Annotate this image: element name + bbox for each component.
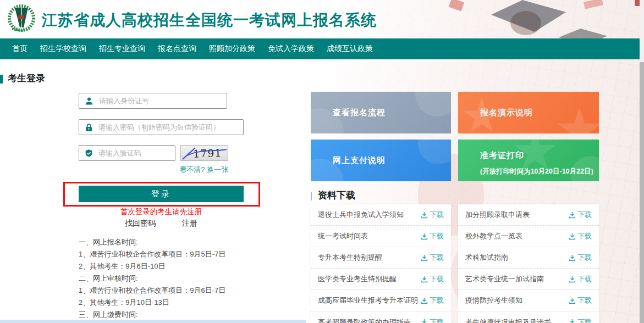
- download-link-label: 下载: [577, 231, 592, 241]
- download-doc-title: 退役士兵申报免试入学须知: [318, 210, 404, 220]
- download-doc-title: 统一考试时间表: [318, 231, 368, 241]
- notice-line: 2、其他考生：9月6日-10日: [79, 260, 310, 272]
- download-row: 医学类专业考生特别提醒 下载: [311, 269, 451, 290]
- download-icon: [569, 276, 576, 283]
- download-link-label: 下载: [430, 318, 444, 323]
- login-section-title: 考生登录: [8, 72, 45, 85]
- download-link[interactable]: 下载: [569, 274, 592, 284]
- nav-item-bonus-policy[interactable]: 照顾加分政策: [209, 44, 255, 54]
- nav-item-home[interactable]: 首页: [12, 44, 27, 54]
- download-link[interactable]: 下载: [421, 231, 444, 241]
- user-icon: [85, 97, 93, 105]
- download-link-label: 下载: [577, 318, 592, 323]
- section-marker: [311, 192, 312, 201]
- id-input[interactable]: [99, 97, 227, 105]
- download-doc-title: 专升本考生特别提醒: [318, 253, 382, 263]
- auth-links: 找回密码 注册: [79, 219, 244, 229]
- card-registration-demo[interactable]: 报名演示说明: [458, 92, 599, 133]
- download-link[interactable]: 下载: [421, 253, 444, 263]
- notice-line: 1、艰苦行业和校企合作改革项目：9月5日-7日: [79, 248, 310, 260]
- notice-line: 二、网上审核时间:: [79, 272, 310, 285]
- card-label: 报名演示说明: [480, 108, 533, 118]
- download-icon: [421, 297, 428, 304]
- download-doc-title: 加分照顾录取申请表: [465, 210, 530, 220]
- captcha-refresh-link[interactable]: 看不清? 换一张: [150, 165, 228, 175]
- download-row: 高考照顾录取政策的办理指南 下载: [311, 311, 451, 323]
- download-row: 统一考试时间表 下载: [311, 226, 451, 247]
- site-logo-icon: [7, 3, 36, 34]
- shield-check-icon: [85, 149, 93, 158]
- download-icon: [569, 254, 576, 261]
- login-button[interactable]: 登录: [79, 186, 244, 202]
- notice-line: 一、网上报名时间:: [79, 236, 310, 248]
- download-link[interactable]: 下载: [569, 253, 592, 263]
- nav-item-exemption-policy[interactable]: 免试入学政策: [268, 44, 314, 54]
- download-icon: [569, 211, 576, 219]
- notice-line: 三、网上缴费时间:: [79, 309, 310, 321]
- download-link-label: 下载: [430, 253, 444, 263]
- page: 江苏省成人高校招生全国统一考试网上报名系统 首页 招生学校查询 招生专业查询 报…: [0, 0, 644, 323]
- nav-item-site-query[interactable]: 报名点查询: [158, 44, 196, 54]
- download-link-label: 下载: [430, 296, 444, 305]
- svg-text:1791: 1791: [193, 147, 222, 160]
- download-link-label: 下载: [577, 253, 592, 263]
- download-icon: [421, 319, 428, 323]
- notice-line: 1、艰苦行业和校企合作改革项目：9月6日-7日: [79, 285, 310, 297]
- card-online-payment-guide[interactable]: 网上支付说明: [311, 140, 451, 181]
- password-field-wrapper: [79, 119, 244, 135]
- download-link-label: 下载: [577, 210, 592, 220]
- register-link[interactable]: 注册: [182, 219, 197, 229]
- main-nav: 首页 招生学校查询 招生专业查询 报名点查询 照顾加分政策 免试入学政策 成绩互…: [0, 38, 640, 59]
- download-link[interactable]: 下载: [421, 210, 444, 220]
- download-doc-title: 医学类专业考生特别提醒: [318, 274, 397, 284]
- download-doc-title: 高考照顾录取政策的办理指南: [318, 318, 411, 323]
- download-icon: [421, 233, 428, 240]
- download-row: 艺术类专业统一加试指南 下载: [458, 269, 599, 290]
- download-doc-title: 成高应届毕业生报考专升本证明: [318, 296, 418, 305]
- forgot-password-link[interactable]: 找回密码: [125, 219, 156, 229]
- download-link[interactable]: 下载: [569, 296, 592, 305]
- download-doc-title: 术科加试指南: [465, 253, 508, 263]
- site-title: 江苏省成人高校招生全国统一考试网上报名系统: [42, 10, 377, 31]
- lock-icon: [85, 123, 93, 132]
- scrollbar-thumb[interactable]: [640, 62, 644, 323]
- first-login-note: 首次登录的考生请先注册: [79, 207, 244, 217]
- download-link[interactable]: 下载: [421, 318, 444, 323]
- notice-line: 2、其他考生：9月10日-13日: [79, 297, 310, 309]
- download-row: 校外教学点一览表 下载: [458, 226, 599, 247]
- captcha-input[interactable]: [98, 149, 175, 157]
- nav-item-school-query[interactable]: 招生学校查询: [40, 44, 86, 54]
- card-admission-ticket-print[interactable]: 准考证打印 (开放打印时间为10月20日-10月22日): [458, 140, 599, 181]
- nav-item-score-policy[interactable]: 成绩互认政策: [327, 44, 373, 54]
- download-link[interactable]: 下载: [421, 296, 444, 305]
- download-link-label: 下载: [577, 274, 592, 284]
- download-link[interactable]: 下载: [569, 231, 592, 241]
- download-doc-title: 校外教学点一览表: [465, 231, 522, 241]
- download-doc-title: 考生健康状况申报及承诺书: [465, 318, 551, 323]
- page-scrollbar[interactable]: [640, 0, 644, 323]
- card-label: 网上支付说明: [333, 155, 386, 166]
- captcha-field-wrapper: [79, 145, 175, 161]
- downloads-right-panel: 加分照顾录取申请表 下载 校外教学点一览表 下载 术科加试指南 下载 艺术类专业…: [458, 204, 599, 323]
- download-link-label: 下载: [430, 274, 444, 284]
- download-link-label: 下载: [577, 296, 592, 305]
- download-link[interactable]: 下载: [569, 210, 592, 220]
- download-row: 加分照顾录取申请表 下载: [458, 204, 599, 226]
- captcha-image[interactable]: 1791: [180, 145, 228, 161]
- download-icon: [569, 297, 576, 304]
- download-link[interactable]: 下载: [569, 318, 592, 323]
- downloads-left-panel: 退役士兵申报免试入学须知 下载 统一考试时间表 下载 专升本考生特别提醒 下载 …: [311, 204, 451, 323]
- nav-item-major-query[interactable]: 招生专业查询: [99, 44, 145, 54]
- download-link-label: 下载: [430, 231, 444, 241]
- download-link-label: 下载: [430, 210, 444, 220]
- downloads-section-title: 资料下载: [318, 189, 355, 202]
- download-icon: [421, 254, 428, 261]
- card-sublabel: (开放打印时间为10月20日-10月22日): [480, 167, 593, 176]
- download-row: 疫情防控考生须知 下载: [458, 290, 599, 311]
- card-view-registration-process[interactable]: 查看报名流程: [311, 92, 451, 133]
- download-row: 成高应届毕业生报考专升本证明 下载: [311, 290, 451, 311]
- id-field-wrapper: [79, 93, 227, 109]
- section-marker: [0, 75, 3, 83]
- download-link[interactable]: 下载: [421, 274, 444, 284]
- password-input[interactable]: [98, 123, 243, 131]
